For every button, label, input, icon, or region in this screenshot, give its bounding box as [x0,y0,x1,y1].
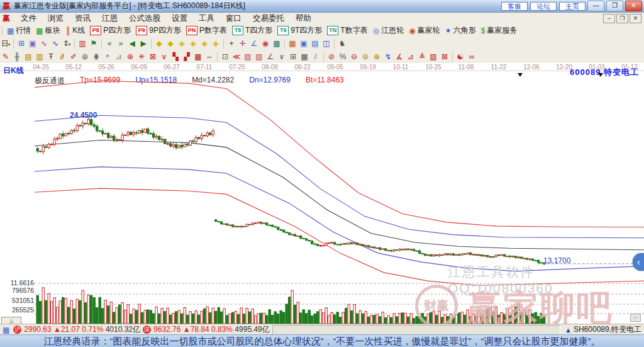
mdi-close-button[interactable]: ✕ [630,14,641,23]
toolbar-P四方形[interactable]: P8P四方形 [90,25,131,36]
tool-icon[interactable]: ◈ [210,38,221,49]
tool-icon[interactable]: ≪ [231,52,242,62]
tool-icon[interactable]: ▨ [242,52,253,62]
tool-icon[interactable]: ▩ [271,38,282,49]
tool-icon[interactable]: ◆ [153,38,165,49]
tool-icon[interactable]: ✛ [237,38,248,49]
tool-icon[interactable]: ∠ [265,52,276,62]
titlebar-button-客服[interactable]: 客服 [501,2,528,11]
mdi-restore-button[interactable]: ❐ [616,14,628,23]
tool-icon[interactable]: ↯ [382,52,394,62]
tool-icon[interactable]: ◈ [199,38,210,49]
tool-icon[interactable]: ⊖ [348,52,360,62]
mdi-minimize-button[interactable]: – [603,14,615,23]
scroll-mini-button[interactable]: – [630,314,641,322]
tool-icon[interactable]: ⫽ [310,52,321,62]
tool-icon[interactable]: ⊞ [287,52,299,62]
tool-icon[interactable]: ⁿ [102,52,113,62]
tool-icon[interactable]: ◫ [321,38,332,49]
titlebar-button-论坛[interactable]: 论坛 [530,2,557,11]
tool-icon[interactable]: ⚑ [88,38,99,49]
tool-icon[interactable]: ⊘ [326,52,337,62]
menu-窗口[interactable]: 窗口 [220,13,247,24]
menu-工具[interactable]: 工具 [193,13,220,24]
tool-icon[interactable]: Ŧ [45,52,57,62]
tool-icon[interactable]: ✐ [68,52,79,62]
tool-icon[interactable]: ▥ [77,38,88,49]
news-ticker[interactable] [272,325,560,335]
tool-icon[interactable]: ▣ [27,38,38,49]
tool-icon[interactable]: + [226,38,237,49]
tool-icon[interactable]: 日▾ [0,38,11,49]
tool-icon[interactable]: ▦ [287,38,298,49]
tool-icon[interactable]: ⊕ [371,52,382,62]
menu-交易委托[interactable]: 交易委托 [247,13,290,24]
tool-icon[interactable]: ▩ [192,52,204,62]
menu-浏览[interactable]: 浏览 [42,13,69,24]
tool-icon[interactable]: » [115,38,126,49]
toolbar-T数字表[interactable]: TNT数字表 [327,25,367,36]
toolbar-板块[interactable]: ▩板块 [36,25,60,36]
tool-icon[interactable]: ▤ [23,52,34,62]
toolbar-T四方形[interactable]: T8T四方形 [232,25,272,36]
toolbar-赢家轮[interactable]: ◉赢家轮 [409,25,440,36]
menu-资讯[interactable]: 资讯 [69,13,96,24]
tool-icon[interactable]: ⇕▾ [61,38,72,49]
tool-icon[interactable]: ▧ [253,52,265,62]
toolbar-江恩轮[interactable]: ◎江恩轮 [373,25,404,36]
tool-icon[interactable]: ◈ [176,38,187,49]
tool-icon[interactable]: ▚ [170,52,181,62]
tool-icon[interactable]: ⊕ [125,52,136,62]
tool-icon[interactable]: « [104,38,115,49]
menu-文件[interactable]: 文件 [15,13,42,24]
toolbar-六角形[interactable]: ✶六角形 [445,25,476,36]
tool-icon[interactable]: ◆ [165,38,176,49]
tool-icon[interactable]: ▨ [428,52,439,62]
tool-icon[interactable]: ∂ [57,52,68,62]
tool-icon[interactable]: ⊡ [219,52,231,62]
tool-icon[interactable]: ∨ [276,52,287,62]
toolbar-P数字表[interactable]: PNP数字表 [186,25,227,36]
tool-icon[interactable]: ∨ [158,52,170,62]
tool-icon[interactable]: ◀ [126,38,138,49]
tool-icon[interactable]: ▶ [138,38,149,49]
tool-icon[interactable]: ✎ [0,52,11,62]
tool-icon[interactable]: ⋕ [91,52,102,62]
tool-icon[interactable]: ▦ [299,52,310,62]
menu-设置[interactable]: 设置 [166,13,193,24]
tool-icon[interactable]: ∿ [38,38,50,49]
kline-chart-panel[interactable]: 04-2505-1205-2606-0906-2707-1107-2508-08… [0,63,644,324]
tool-icon[interactable]: ⊠ [147,52,158,62]
toolbar-9P四方形[interactable]: P99P四方形 [136,25,181,36]
maximize-button[interactable]: ❐ [606,1,623,11]
tool-icon[interactable]: ⊜ [360,52,371,62]
tool-icon[interactable]: ∞ [466,52,477,62]
tool-icon[interactable]: % [337,52,348,62]
close-button[interactable]: ✕ [625,1,642,11]
toolbar-K线[interactable]: ║K线 [65,25,86,36]
tool-icon[interactable]: ▥ [34,52,45,62]
tool-icon[interactable]: ∠ [248,38,260,49]
tool-icon[interactable]: ◈ [187,38,199,49]
tool-icon[interactable]: ▤ [309,38,321,49]
titlebar-button-主页[interactable]: 主页 [559,2,586,11]
tool-icon[interactable]: ⊿ [113,52,125,62]
tool-icon[interactable]: ⊿ [405,52,416,62]
tool-icon[interactable]: ≜ [416,52,428,62]
tool-icon[interactable]: ▞ [181,52,192,62]
tool-icon[interactable]: ◉ [260,38,271,49]
tool-icon[interactable]: ☯ [455,52,466,62]
tool-icon[interactable]: ∡ [394,52,405,62]
tool-icon[interactable]: ⊜ [79,52,91,62]
toolbar-赢家服务[interactable]: $赢家服务 [481,25,518,36]
tool-icon[interactable]: ✳ [136,52,147,62]
tool-icon[interactable]: ⊞ [16,38,27,49]
minimize-button[interactable]: — [587,1,604,11]
tool-icon[interactable]: ⇔ [204,52,215,62]
tool-icon[interactable]: ∿ [50,38,61,49]
toolbar-9T四方形[interactable]: T99T四方形 [277,25,322,36]
menu-江恩[interactable]: 江恩 [96,13,123,24]
tool-icon[interactable]: ⊠ [439,52,450,62]
menu-公式选股[interactable]: 公式选股 [123,13,166,24]
tool-icon[interactable]: ╫ [11,52,23,62]
